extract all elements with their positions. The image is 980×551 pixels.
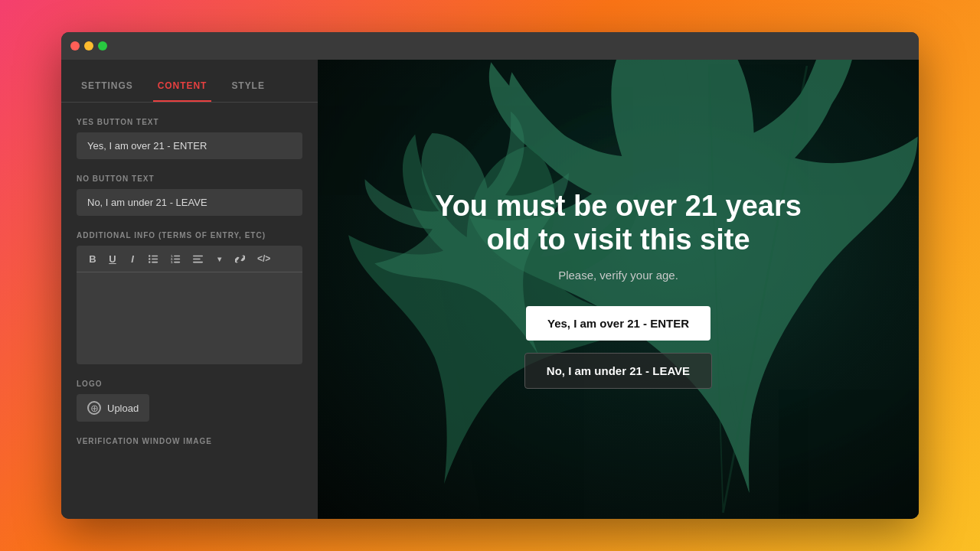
svg-text:3.: 3. xyxy=(171,260,173,264)
logo-field: LOGO ⊕ Upload xyxy=(77,380,302,422)
link-button[interactable] xyxy=(230,250,250,267)
preview-no-button[interactable]: No, I am under 21 - LEAVE xyxy=(524,353,712,389)
tab-content[interactable]: CONTENT xyxy=(153,80,212,102)
svg-rect-8 xyxy=(174,261,180,262)
additional-info-field: ADDITIONAL INFO (TERMS OF ENTRY, ETC) B … xyxy=(77,231,302,364)
svg-rect-13 xyxy=(193,258,201,259)
align-chevron-button[interactable]: ▾ xyxy=(211,250,227,267)
rich-text-area: B U I xyxy=(77,246,302,364)
preview-buttons: Yes, I am over 21 - ENTER No, I am under… xyxy=(435,306,802,389)
svg-point-4 xyxy=(149,258,150,259)
close-button[interactable] xyxy=(70,41,80,51)
maximize-button[interactable] xyxy=(98,41,107,51)
svg-rect-6 xyxy=(174,255,180,256)
upload-label: Upload xyxy=(107,403,139,414)
yes-button-input[interactable] xyxy=(77,132,302,159)
svg-rect-2 xyxy=(152,261,158,262)
minimize-button[interactable] xyxy=(84,41,93,51)
tab-settings[interactable]: SETTINGS xyxy=(77,80,138,102)
logo-label: LOGO xyxy=(77,380,302,388)
preview-title: You must be over 21 years old to visit t… xyxy=(435,190,802,256)
upload-button[interactable]: ⊕ Upload xyxy=(77,394,149,422)
no-button-label: NO BUTTON TEXT xyxy=(77,174,302,183)
traffic-lights xyxy=(70,41,107,51)
svg-rect-7 xyxy=(174,258,180,259)
preview-content: You must be over 21 years old to visit t… xyxy=(404,159,833,419)
tab-style[interactable]: STYLE xyxy=(227,80,269,102)
preview-subtitle: Please, verify your age. xyxy=(435,269,802,282)
ordered-list-button[interactable]: 1. 2. 3. xyxy=(166,250,185,267)
rich-content-editable[interactable] xyxy=(77,272,302,364)
tabs-row: SETTINGS CONTENT STYLE xyxy=(61,60,318,103)
app-window: SETTINGS CONTENT STYLE YES BUTTON TEXT N… xyxy=(61,32,919,519)
svg-point-5 xyxy=(149,261,150,262)
unordered-list-button[interactable] xyxy=(144,250,163,267)
svg-rect-14 xyxy=(193,261,203,262)
preview-yes-button[interactable]: Yes, I am over 21 - ENTER xyxy=(526,306,710,341)
app-content: SETTINGS CONTENT STYLE YES BUTTON TEXT N… xyxy=(61,60,919,519)
svg-point-3 xyxy=(149,255,150,256)
italic-button[interactable]: I xyxy=(124,250,141,267)
yes-button-field: YES BUTTON TEXT xyxy=(77,118,302,159)
verification-window-label: VERIFICATION WINDOW IMAGE xyxy=(77,437,302,445)
svg-rect-1 xyxy=(152,258,158,259)
title-bar xyxy=(61,32,919,60)
panel-body: YES BUTTON TEXT NO BUTTON TEXT ADDITIONA… xyxy=(61,103,318,461)
bold-button[interactable]: B xyxy=(84,250,101,267)
yes-button-label: YES BUTTON TEXT xyxy=(77,118,302,126)
svg-rect-12 xyxy=(193,255,203,256)
preview-background: You must be over 21 years old to visit t… xyxy=(318,60,919,519)
right-panel: You must be over 21 years old to visit t… xyxy=(318,60,919,519)
additional-info-label: ADDITIONAL INFO (TERMS OF ENTRY, ETC) xyxy=(77,231,302,240)
code-button[interactable]: </> xyxy=(253,250,275,267)
left-panel: SETTINGS CONTENT STYLE YES BUTTON TEXT N… xyxy=(61,60,318,519)
no-button-field: NO BUTTON TEXT xyxy=(77,174,302,216)
verification-window-field: VERIFICATION WINDOW IMAGE xyxy=(77,437,302,445)
no-button-input[interactable] xyxy=(77,189,302,216)
align-button[interactable] xyxy=(188,250,207,267)
svg-rect-0 xyxy=(152,255,158,256)
upload-icon: ⊕ xyxy=(87,401,101,415)
rich-toolbar: B U I xyxy=(77,246,302,272)
underline-button[interactable]: U xyxy=(104,250,121,267)
